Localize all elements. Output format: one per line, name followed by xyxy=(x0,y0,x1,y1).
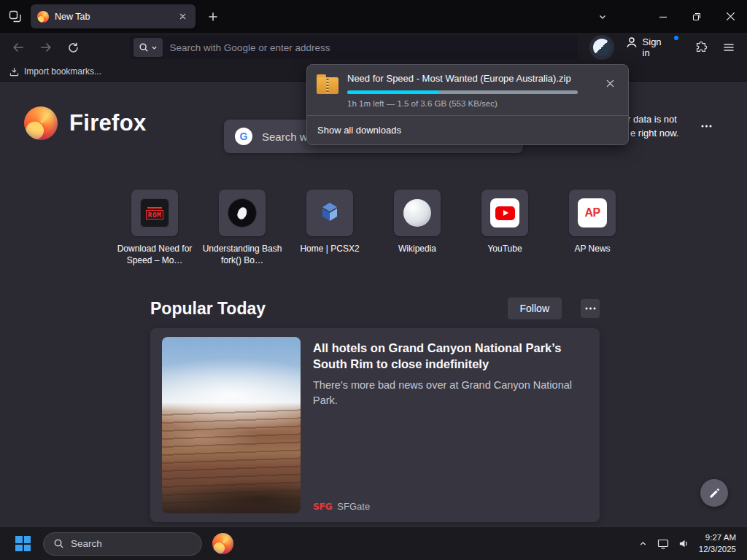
clock-date: 12/3/2025 xyxy=(699,544,736,556)
back-icon[interactable] xyxy=(7,36,29,58)
wikipedia-globe-icon xyxy=(403,199,431,227)
download-item[interactable]: Need for Speed - Most Wanted (Europe Aus… xyxy=(307,65,628,115)
shortcut-label: YouTube xyxy=(487,244,522,255)
sign-in-label: Sign in xyxy=(643,36,672,58)
reload-icon[interactable] xyxy=(63,36,85,58)
sfgate-logo: SFG xyxy=(313,501,332,512)
source-name: SFGate xyxy=(337,501,370,512)
new-tab-button[interactable] xyxy=(204,7,222,26)
widget-more-button[interactable] xyxy=(696,118,716,134)
tray-chevron-up-icon[interactable] xyxy=(638,539,648,548)
taskbar-clock[interactable]: 9:27 AM 12/3/2025 xyxy=(699,532,736,555)
minimize-button[interactable] xyxy=(646,0,680,33)
shortcut-ap-news[interactable]: AP AP News xyxy=(552,190,632,267)
shortcut-bash-fork[interactable]: Understanding Bash fork() Bo… xyxy=(202,190,282,267)
article-source: SFG SFGate xyxy=(313,501,370,512)
popular-today-header: Popular Today Follow xyxy=(150,298,600,319)
rom-site-icon: ROM xyxy=(140,198,169,228)
url-bar[interactable]: Search with Google or enter address xyxy=(130,36,578,59)
weather-widget-text-line1: r data is not xyxy=(627,114,677,125)
tab-strip: New Tab xyxy=(0,0,747,33)
section-heading: Popular Today xyxy=(150,299,508,319)
taskbar-search-box[interactable]: Search xyxy=(43,532,202,556)
import-bookmarks-icon xyxy=(9,67,19,77)
download-filename: Need for Speed - Most Wanted (Europe Aus… xyxy=(347,73,588,84)
list-all-tabs-button[interactable] xyxy=(593,7,612,26)
search-engine-chip[interactable] xyxy=(133,38,163,57)
youtube-icon xyxy=(495,206,515,220)
article-description: There's more bad news over at Grand Cany… xyxy=(313,378,576,408)
notification-dot xyxy=(674,36,678,40)
follow-button[interactable]: Follow xyxy=(508,298,562,319)
download-progress-bar xyxy=(347,90,578,94)
navigation-toolbar: Search with Google or enter address Sign… xyxy=(0,33,747,62)
volume-icon[interactable] xyxy=(678,538,689,549)
taskbar-firefox-icon[interactable] xyxy=(212,533,233,554)
dark-theme-extension-button[interactable] xyxy=(589,35,614,60)
new-tab-page: Firefox G Search w r data is not e right… xyxy=(0,82,747,526)
search-icon xyxy=(53,538,64,549)
ap-news-icon: AP xyxy=(584,206,600,219)
close-window-button[interactable] xyxy=(713,0,747,33)
search-icon xyxy=(139,42,149,52)
shortcut-wikipedia[interactable]: Wikipedia xyxy=(377,190,457,267)
grand-canyon-photo xyxy=(162,337,301,513)
tab-title: New Tab xyxy=(55,12,170,22)
clock-time: 9:27 AM xyxy=(699,532,736,544)
show-all-downloads-button[interactable]: Show all downloads xyxy=(307,115,628,144)
shortcut-label: Understanding Bash fork() Bo… xyxy=(202,244,282,267)
system-tray: 9:27 AM 12/3/2025 xyxy=(638,532,747,555)
forward-icon[interactable] xyxy=(35,36,57,58)
half-circle-theme-icon xyxy=(593,39,611,56)
tab-close-icon[interactable] xyxy=(176,10,189,23)
shortcut-label: AP News xyxy=(574,244,610,255)
display-icon[interactable] xyxy=(657,538,669,550)
windows-taskbar: Search 9:27 AM 12/3/2025 xyxy=(0,526,747,560)
shortcut-label: Wikipedia xyxy=(398,244,436,255)
news-card[interactable]: All hotels on Grand Canyon National Park… xyxy=(150,328,600,522)
shortcut-pcsx2[interactable]: Home | PCSX2 xyxy=(290,190,370,267)
import-bookmarks-button[interactable]: Import bookmarks... xyxy=(24,66,101,77)
download-status: 1h 1m left — 1.5 of 3.6 GB (553 KB/sec) xyxy=(347,99,588,108)
firefox-logo xyxy=(24,106,58,140)
shortcut-label: Download Need for Speed – Mo… xyxy=(115,244,195,267)
shortcut-label: Home | PCSX2 xyxy=(300,244,359,255)
firefox-brand: Firefox xyxy=(24,106,146,140)
more-icon xyxy=(585,307,596,310)
edit-page-button[interactable] xyxy=(700,479,728,507)
menu-icon[interactable] xyxy=(718,36,740,58)
window-controls xyxy=(646,0,747,33)
account-icon xyxy=(626,36,638,48)
close-download-icon[interactable] xyxy=(601,74,619,92)
bash-article-icon xyxy=(228,198,257,228)
chevron-down-icon xyxy=(151,44,158,51)
shortcuts-row: ROM Download Need for Speed – Mo… Unders… xyxy=(0,190,747,267)
screen: New Tab xyxy=(0,0,747,560)
url-input[interactable]: Search with Google or enter address xyxy=(170,42,330,53)
shortcut-youtube[interactable]: YouTube xyxy=(465,190,545,267)
restore-button[interactable] xyxy=(680,0,713,33)
downloads-panel: Need for Speed - Most Wanted (Europe Aus… xyxy=(306,64,629,145)
article-title[interactable]: All hotels on Grand Canyon National Park… xyxy=(313,340,581,373)
more-icon xyxy=(701,125,712,128)
firefox-wordmark: Firefox xyxy=(69,110,146,136)
google-logo: G xyxy=(235,128,252,145)
extensions-icon[interactable] xyxy=(690,36,712,58)
sign-in-button[interactable]: Sign in xyxy=(620,31,685,63)
section-more-button[interactable] xyxy=(581,299,600,318)
pencil-icon xyxy=(708,487,721,499)
firefox-favicon xyxy=(37,11,49,23)
download-progress-fill xyxy=(347,90,439,94)
zip-folder-icon xyxy=(317,77,338,94)
shortcut-nfs-rom[interactable]: ROM Download Need for Speed – Mo… xyxy=(115,190,195,267)
weather-widget-text-line2: e right now. xyxy=(630,128,679,139)
taskbar-search-label: Search xyxy=(71,538,102,549)
windows-start-icon[interactable] xyxy=(15,536,31,551)
tab-new-tab[interactable]: New Tab xyxy=(31,4,196,28)
firefox-view-icon[interactable] xyxy=(6,7,25,26)
page-search-input[interactable]: Search w xyxy=(262,131,308,143)
pcsx2-icon xyxy=(315,201,344,225)
